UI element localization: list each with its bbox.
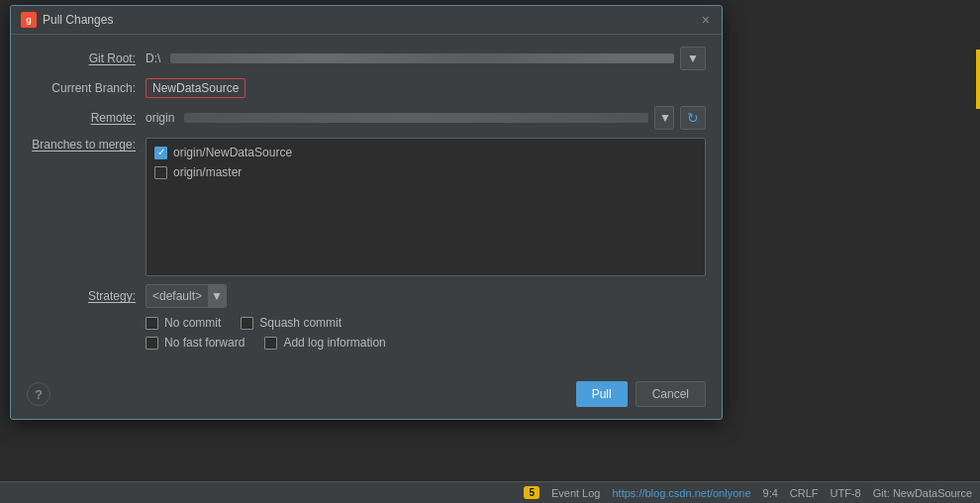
current-branch-value: NewDataSource (146, 78, 245, 98)
strategy-dropdown[interactable]: <default> ▼ (146, 284, 227, 308)
dialog-title: Pull Changes (43, 13, 113, 27)
option-no-fast-forward[interactable]: No fast forward (146, 336, 245, 350)
branches-to-merge-row: Branches to merge: origin/NewDataSource … (27, 138, 706, 276)
status-bar: 5 Event Log https://blog.csdn.net/onlyon… (0, 481, 980, 503)
dialog-title-area: g Pull Changes (21, 12, 113, 28)
option-add-log-info[interactable]: Add log information (264, 336, 385, 350)
refresh-button[interactable]: ↻ (680, 106, 706, 130)
dialog-content: Git Root: D:\ ▼ Current Branch: NewDataS… (11, 35, 722, 371)
pull-changes-dialog: g Pull Changes × Git Root: D:\ ▼ Current… (10, 5, 723, 420)
branch-checkbox-1[interactable] (154, 166, 167, 179)
current-branch-control: NewDataSource (146, 78, 706, 98)
branch-name-1: origin/master (173, 165, 242, 179)
no-commit-checkbox[interactable] (146, 317, 158, 330)
add-log-info-checkbox[interactable] (264, 337, 277, 350)
branch-name-0: origin/NewDataSource (173, 146, 292, 159)
remote-label: Remote: (27, 111, 146, 125)
remote-dropdown-button[interactable]: ▼ (654, 106, 674, 130)
git-root-blurred-path (170, 53, 674, 63)
dialog-footer: ? Pull Cancel (11, 371, 722, 419)
add-log-info-label: Add log information (283, 336, 385, 350)
strategy-row: Strategy: <default> ▼ (27, 284, 706, 308)
option-squash-commit[interactable]: Squash commit (241, 316, 342, 330)
current-branch-row: Current Branch: NewDataSource (27, 78, 706, 98)
yellow-accent-bar (976, 50, 980, 109)
git-root-label: Git Root: (27, 51, 146, 65)
branches-to-merge-label: Branches to merge: (27, 138, 146, 151)
dialog-titlebar: g Pull Changes × (11, 6, 722, 35)
status-encoding: UTF-8 (831, 487, 861, 499)
close-button[interactable]: × (700, 13, 712, 27)
current-branch-label: Current Branch: (27, 81, 146, 95)
git-root-dropdown-button[interactable]: ▼ (680, 47, 706, 70)
git-icon: g (21, 12, 37, 28)
status-line-ending: CRLF (790, 487, 819, 499)
options-row-1: No commit Squash commit (27, 316, 706, 330)
pull-button[interactable]: Pull (576, 381, 628, 407)
status-vcs-info: Git: NewDataSource (873, 487, 972, 499)
option-no-commit[interactable]: No commit (146, 316, 221, 330)
strategy-arrow[interactable]: ▼ (208, 285, 226, 307)
event-log-label[interactable]: Event Log (551, 487, 601, 499)
git-root-control: D:\ ▼ (146, 47, 706, 70)
no-commit-label: No commit (164, 316, 221, 330)
footer-buttons: Pull Cancel (576, 381, 706, 407)
options-grid-2: No fast forward Add log information (146, 336, 706, 350)
branch-checkbox-0[interactable] (154, 147, 167, 159)
git-root-row: Git Root: D:\ ▼ (27, 47, 706, 70)
squash-commit-checkbox[interactable] (241, 317, 253, 330)
branch-item-0[interactable]: origin/NewDataSource (150, 143, 701, 162)
strategy-value: <default> (152, 289, 202, 303)
event-log-badge: 5 (524, 486, 539, 499)
no-fast-forward-checkbox[interactable] (146, 337, 158, 350)
remote-row: Remote: origin ▼ ↻ (27, 106, 706, 130)
branch-item-1[interactable]: origin/master (150, 162, 701, 182)
branches-list[interactable]: origin/NewDataSource origin/master (146, 138, 706, 276)
strategy-control: <default> ▼ (146, 284, 706, 308)
options-grid-1: No commit Squash commit (146, 316, 706, 330)
git-root-value: D:\ (146, 51, 160, 65)
remote-blurred (184, 113, 648, 123)
options-row-2: No fast forward Add log information (27, 336, 706, 350)
squash-commit-label: Squash commit (259, 316, 342, 330)
remote-value: origin (146, 111, 174, 125)
help-button[interactable]: ? (27, 382, 50, 406)
remote-control: origin ▼ ↻ (146, 106, 706, 130)
strategy-label: Strategy: (27, 289, 146, 303)
status-url[interactable]: https://blog.csdn.net/onlyone (612, 487, 750, 499)
no-fast-forward-label: No fast forward (164, 336, 245, 350)
cancel-button[interactable]: Cancel (636, 381, 706, 407)
status-position: 9:4 (763, 487, 778, 499)
